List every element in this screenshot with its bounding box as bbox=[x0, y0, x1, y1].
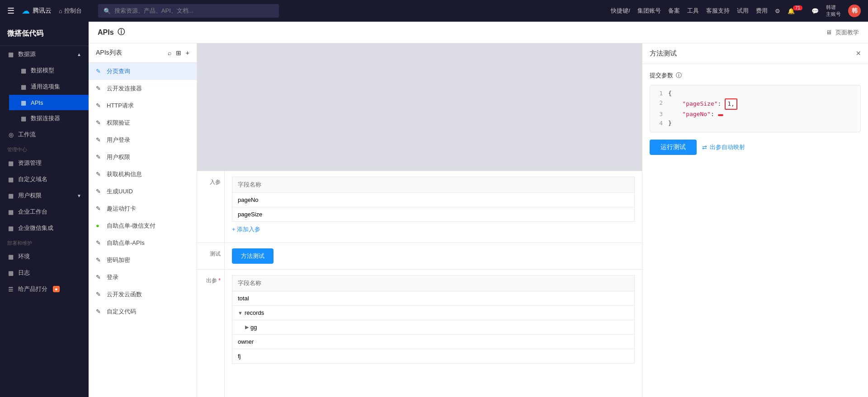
datamodel-icon: ▦ bbox=[20, 67, 27, 74]
home-icon: ⌂ bbox=[59, 8, 62, 14]
search-icon-btn[interactable]: ⌕ bbox=[168, 49, 171, 56]
page-teach-text[interactable]: 页面教学 bbox=[835, 28, 859, 37]
in-params-side-label: 入参 bbox=[197, 171, 224, 243]
sidebar-item-log[interactable]: ▦ 日志 bbox=[0, 265, 89, 281]
out-param-row-records: ▼ records bbox=[232, 306, 635, 320]
sidebar-item-workflow[interactable]: ◎ 工作流 bbox=[0, 126, 89, 143]
search-bar[interactable]: 🔍 搜索资源、产品、API、文档... bbox=[98, 4, 279, 18]
apis-header-right: 🖥 页面教学 bbox=[826, 28, 859, 37]
apis-list-body: ✎ 分页查询 ✎ 云开发连接器 ✎ HTTP请求 ✎ 权限验证 bbox=[89, 63, 197, 397]
out-params-side-label: 出参 * bbox=[197, 270, 224, 397]
close-right-panel-btn[interactable]: × bbox=[856, 49, 861, 58]
line-content-4: } bbox=[668, 119, 857, 128]
api-item-yunkaifa[interactable]: ✎ 云开发连接器 bbox=[89, 80, 197, 97]
fee-link[interactable]: 费用 bbox=[756, 7, 768, 15]
three-panel: APIs列表 ⌕ ⊞ + ✎ 分页查询 ✎ 云开发连接器 bbox=[89, 43, 868, 397]
line-num-4: 4 bbox=[654, 119, 663, 128]
settings-icon[interactable]: ⚙ bbox=[775, 8, 780, 14]
api-item-sport[interactable]: ✎ 趣运动打卡 bbox=[89, 200, 197, 217]
code-line-3: 3 "pageNo": bbox=[654, 110, 857, 119]
api-item-login[interactable]: ✎ 用户登录 bbox=[89, 131, 197, 149]
trial-link[interactable]: 试用 bbox=[737, 7, 749, 15]
api-item-auth[interactable]: ✎ 权限验证 bbox=[89, 114, 197, 131]
beian-link[interactable]: 备案 bbox=[668, 7, 680, 15]
out-param-total: total bbox=[232, 291, 635, 306]
out-params-section: 出参 * 字段名称 bbox=[197, 269, 642, 397]
out-param-records: ▼ records bbox=[232, 306, 635, 320]
top-nav-right: 快捷键/ 集团账号 备案 工具 客服支持 试用 费用 ⚙ 🔔71 💬 韩谱 主账… bbox=[611, 4, 861, 18]
menu-icon[interactable]: ☰ bbox=[7, 6, 14, 16]
api-item-cloudfunc[interactable]: ✎ 云开发云函数 bbox=[89, 286, 197, 303]
api-item-uuid[interactable]: ✎ 生成UUID bbox=[89, 183, 197, 200]
api-item-userperm[interactable]: ✎ 用户权限 bbox=[89, 149, 197, 166]
sidebar-item-apis[interactable]: ▦ APIs bbox=[9, 95, 89, 110]
sidebar-item-env[interactable]: ▦ 环境 bbox=[0, 248, 89, 265]
out-param-fj: fj bbox=[232, 349, 635, 364]
sidebar-item-datasource[interactable]: ▦ 数据源 ▲ bbox=[0, 46, 89, 62]
add-group-icon-btn[interactable]: ⊞ bbox=[176, 49, 181, 56]
api-item-customcode[interactable]: ✎ 自定义代码 bbox=[89, 303, 197, 320]
sidebar-label-apis: APIs bbox=[31, 99, 43, 106]
team-account-link[interactable]: 集团账号 bbox=[637, 7, 661, 15]
support-link[interactable]: 客服支持 bbox=[706, 7, 730, 15]
auto-map-btn[interactable]: ⇄ 出参自动映射 bbox=[702, 143, 745, 151]
out-param-row-owner: owner bbox=[232, 335, 635, 349]
sidebar-item-workspace[interactable]: ▦ 企业工作台 bbox=[0, 204, 89, 220]
sidebar-label-datasource: 数据源 bbox=[18, 50, 36, 58]
api-icon-login: ✎ bbox=[96, 136, 103, 144]
sidebar-label-workspace: 企业工作台 bbox=[18, 208, 47, 216]
out-params-required: * bbox=[218, 277, 221, 284]
add-api-icon-btn[interactable]: + bbox=[186, 49, 189, 56]
api-item-encrypt[interactable]: ✎ 密码加密 bbox=[89, 252, 197, 269]
api-icon-signin: ✎ bbox=[96, 274, 103, 281]
sidebar-title: 微搭低代码 bbox=[0, 22, 89, 46]
sidebar-section-deploy: 部署和维护 bbox=[0, 236, 89, 248]
pageno-value[interactable] bbox=[718, 114, 723, 116]
api-label-cloudfunc: 云开发云函数 bbox=[107, 290, 142, 299]
add-param-btn[interactable]: + 添加入参 bbox=[232, 222, 635, 237]
records-collapse-arrow[interactable]: ▼ bbox=[238, 310, 243, 316]
api-icon-userperm: ✎ bbox=[96, 154, 103, 161]
gray-area bbox=[197, 43, 642, 171]
api-item-selfapi[interactable]: ✎ 自助点单-APIs bbox=[89, 234, 197, 252]
apis-info-icon[interactable]: ⓘ bbox=[118, 28, 125, 37]
user-info[interactable]: 韩谱 主账号 bbox=[826, 4, 841, 18]
sidebar-item-connector[interactable]: ▦ 数据连接器 bbox=[9, 110, 89, 126]
run-test-btn[interactable]: 运行测试 bbox=[650, 140, 697, 155]
control-panel-link[interactable]: ⌂ 控制台 bbox=[59, 7, 82, 15]
api-label-encrypt: 密码加密 bbox=[107, 256, 130, 264]
sidebar-item-domain[interactable]: ▦ 自定义域名 bbox=[0, 171, 89, 187]
api-item-org[interactable]: ✎ 获取机构信息 bbox=[89, 166, 197, 183]
message-icon[interactable]: 💬 bbox=[811, 8, 819, 14]
api-item-wechatpay[interactable]: ● 自助点单-微信支付 bbox=[89, 217, 197, 234]
api-label-signin: 登录 bbox=[107, 273, 118, 281]
sidebar-item-options[interactable]: ▦ 通用选项集 bbox=[9, 79, 89, 95]
main-layout: 微搭低代码 ▦ 数据源 ▲ ▦ 数据模型 ▦ 通用选项集 ▦ APIs ▦ 数据… bbox=[0, 22, 868, 397]
sidebar-item-wecom[interactable]: ▦ 企业微信集成 bbox=[0, 220, 89, 236]
api-icon-fenye: ✎ bbox=[96, 68, 103, 75]
pageno-key: "pageNo" bbox=[682, 111, 711, 117]
api-item-signin[interactable]: ✎ 登录 bbox=[89, 269, 197, 286]
api-label-yunkaifa: 云开发连接器 bbox=[107, 84, 142, 93]
user-name-bottom: 主账号 bbox=[826, 11, 841, 18]
sidebar-item-resource[interactable]: ▦ 资源管理 bbox=[0, 155, 89, 171]
sidebar-item-feedback[interactable]: ☰ 给产品打分 ● bbox=[0, 281, 89, 297]
api-icon-uuid: ✎ bbox=[96, 188, 103, 195]
notification-icon[interactable]: 🔔71 bbox=[788, 8, 804, 14]
submit-params-label: 提交参数 ⓘ bbox=[650, 71, 861, 79]
api-item-fenye[interactable]: ✎ 分页查询 bbox=[89, 63, 197, 80]
out-param-owner: owner bbox=[232, 335, 635, 349]
test-method-btn[interactable]: 方法测试 bbox=[232, 248, 274, 264]
permissions-icon: ▦ bbox=[7, 192, 14, 199]
pagesize-value-highlight[interactable]: 1, bbox=[725, 98, 737, 110]
gg-expand-arrow[interactable]: ▶ bbox=[245, 324, 249, 330]
line-content-2: "pageSize": 1, bbox=[668, 98, 857, 110]
in-params-section: 入参 字段名称 pageNo bbox=[197, 171, 642, 243]
api-item-http[interactable]: ✎ HTTP请求 bbox=[89, 97, 197, 114]
avatar[interactable]: 韩 bbox=[848, 5, 861, 17]
sidebar-item-datamodel[interactable]: ▦ 数据模型 bbox=[9, 62, 89, 79]
sidebar-item-permissions[interactable]: ▦ 用户权限 ▼ bbox=[0, 187, 89, 204]
submit-params-info-icon[interactable]: ⓘ bbox=[676, 71, 682, 79]
shortcut-text[interactable]: 快捷键/ bbox=[611, 7, 630, 15]
tools-link[interactable]: 工具 bbox=[687, 7, 699, 15]
